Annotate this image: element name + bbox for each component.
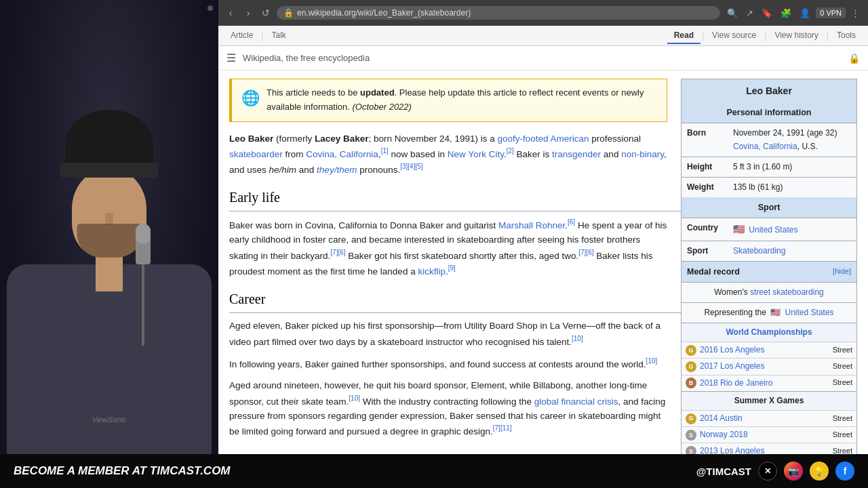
infobox-personal-section: Personal information: [682, 102, 856, 123]
person-hat-brim: [60, 163, 159, 178]
infobox-sport-section: Sport: [682, 197, 856, 218]
marshall-link[interactable]: Marshall Rohner: [498, 220, 565, 230]
bulb-icon[interactable]: 💡: [810, 462, 829, 481]
instagram-icon[interactable]: 📷: [784, 462, 803, 481]
infobox-sport-row: Sport Skateboarding: [682, 241, 856, 261]
medal-event-sx3[interactable]: 2013 Los Angeles: [700, 445, 833, 454]
sx-title: Summer X Games: [682, 391, 856, 410]
tab-view-history[interactable]: View history: [768, 28, 825, 44]
update-icon: 🌐: [241, 86, 260, 110]
medal-row-2014-austin: G 2014 Austin Street: [682, 410, 856, 426]
infobox-born-row: Born November 24, 1991 (age 32) Covina, …: [682, 123, 856, 156]
gold-medal-icon-2: G: [686, 361, 696, 372]
infobox-weight-row: Weight 135 lb (61 kg): [682, 177, 856, 197]
sport-value: Skateboarding: [729, 241, 856, 261]
hide-button[interactable]: [hide]: [833, 266, 851, 278]
back-button[interactable]: ‹: [224, 6, 237, 20]
social-links: @TIMCAST ✕ 📷 💡 f: [696, 462, 854, 481]
weight-label: Weight: [682, 178, 729, 197]
forward-button[interactable]: ›: [241, 6, 255, 20]
address-bar[interactable]: 🔒 en.wikipedia.org/wiki/Leo_Baker_(skate…: [277, 6, 720, 20]
camera-indicator: [208, 5, 213, 11]
wc-title: World Championships: [682, 323, 856, 342]
representing-country[interactable]: United States: [785, 308, 834, 317]
vpn-button[interactable]: 0 VPN: [816, 7, 846, 18]
silver-medal-icon-sx3: S: [686, 446, 696, 454]
facebook-icon[interactable]: f: [835, 462, 854, 481]
menu-icon[interactable]: ⋮: [848, 7, 863, 20]
tab-tools[interactable]: Tools: [830, 28, 863, 44]
kickflip-link[interactable]: kickflip: [418, 266, 446, 277]
medal-type-sx2: Street: [833, 429, 852, 441]
tab-talk[interactable]: Talk: [264, 28, 292, 44]
silver-medal-icon-sx2: S: [686, 430, 696, 441]
person-shoulders: [7, 264, 212, 454]
weight-value: 135 lb (61 kg): [729, 178, 856, 197]
representing-row: Women's street skateboarding: [682, 282, 856, 302]
update-notice: 🌐 This article needs to be updated. Plea…: [229, 79, 667, 122]
nyc-link[interactable]: New York City: [448, 149, 504, 159]
born-label: Born: [682, 123, 729, 156]
share-icon[interactable]: ↗: [743, 7, 756, 20]
tab-view-source[interactable]: View source: [705, 28, 763, 44]
infobox: Leo Baker Personal information Born Nove…: [681, 79, 857, 454]
update-text: This article needs to be updated. Please…: [267, 86, 657, 115]
wiki-menu-icon[interactable]: ☰: [226, 52, 236, 64]
country-name[interactable]: United States: [749, 225, 797, 235]
microphone-stand: [142, 258, 144, 346]
wikipedia-bar: ☰ Wikipedia, the free encyclopedia 🔒: [218, 46, 868, 70]
medal-event-3[interactable]: 2018 Rio de Janeiro: [700, 377, 833, 390]
covina-link[interactable]: Covina, California: [306, 149, 378, 159]
transgender-link[interactable]: transgender: [552, 149, 601, 159]
womens-title: Women's street skateboarding: [714, 287, 824, 297]
url-text: en.wikipedia.org/wiki/Leo_Baker_(skatebo…: [297, 8, 471, 18]
country-label: Country: [682, 218, 729, 240]
search-icon[interactable]: 🔍: [724, 7, 741, 20]
x-social-icon[interactable]: ✕: [758, 462, 777, 481]
sport-label: Sport: [682, 241, 729, 261]
born-country: U.S.: [802, 142, 817, 151]
bottom-banner: BECOME A MEMBER AT TIMCAST.COM @TIMCAST …: [0, 454, 868, 488]
medal-type-sx1: Street: [833, 413, 852, 425]
site-text[interactable]: TIMCAST.COM: [150, 464, 231, 477]
profile-icon[interactable]: 👤: [797, 7, 813, 20]
medal-event-sx1[interactable]: 2014 Austin: [700, 412, 833, 425]
goofy-footed-link[interactable]: goofy-footed American: [497, 134, 589, 144]
medal-event-2[interactable]: 2017 Los Angeles: [700, 360, 833, 373]
browser-chrome: ‹ › ↺ 🔒 en.wikipedia.org/wiki/Leo_Baker_…: [218, 0, 868, 26]
medal-event[interactable]: 2016 Los Angeles: [700, 344, 833, 357]
bronze-medal-icon: B: [686, 378, 696, 388]
extension-icon[interactable]: 🧩: [778, 7, 794, 20]
nonbinary-link[interactable]: non-binary: [621, 149, 664, 159]
former-name: Lacey Baker: [315, 134, 369, 144]
member-cta: BECOME A MEMBER AT TIMCAST.COM: [14, 464, 231, 478]
born-value: November 24, 1991 (age 32) Covina, Calif…: [729, 123, 856, 156]
become-text: BECOME A MEMBER AT: [14, 464, 150, 477]
content-area: Leo Baker Personal information Born Nove…: [218, 70, 868, 454]
article-body: Leo Baker Personal information Born Nove…: [218, 70, 868, 454]
medal-record-title: Medal record: [687, 265, 740, 279]
person-beard: [77, 224, 142, 258]
monitor-brand: ViewSonic: [92, 415, 126, 424]
gfc-link[interactable]: global financial crisis: [534, 396, 618, 406]
skateboarder-link[interactable]: skateboarder: [229, 149, 283, 159]
infobox-name: Leo Baker: [682, 79, 856, 102]
subject-name: Leo Baker: [229, 134, 273, 144]
medal-type-2: Street: [833, 361, 852, 373]
height-value: 5 ft 3 in (1.60 m): [729, 157, 856, 177]
refresh-button[interactable]: ↺: [259, 6, 273, 20]
born-location[interactable]: Covina, California: [733, 142, 797, 151]
womens-link[interactable]: street skateboarding: [750, 287, 824, 297]
tab-article[interactable]: Article: [224, 28, 260, 44]
infobox-height-row: Height 5 ft 3 in (1.60 m): [682, 157, 856, 177]
medal-event-sx2[interactable]: Norway 2018: [700, 428, 833, 441]
bookmark-icon[interactable]: 🔖: [759, 7, 775, 20]
microphone-mesh: [136, 224, 151, 244]
country-value: 🇺🇸 United States: [729, 218, 856, 240]
sport-name[interactable]: Skateboarding: [733, 246, 785, 256]
theythem-link[interactable]: they/them: [317, 165, 357, 175]
tab-read[interactable]: Read: [667, 28, 701, 44]
gold-medal-icon: G: [686, 345, 696, 356]
wiki-lock-icon: 🔒: [848, 53, 860, 64]
height-label: Height: [682, 157, 729, 177]
